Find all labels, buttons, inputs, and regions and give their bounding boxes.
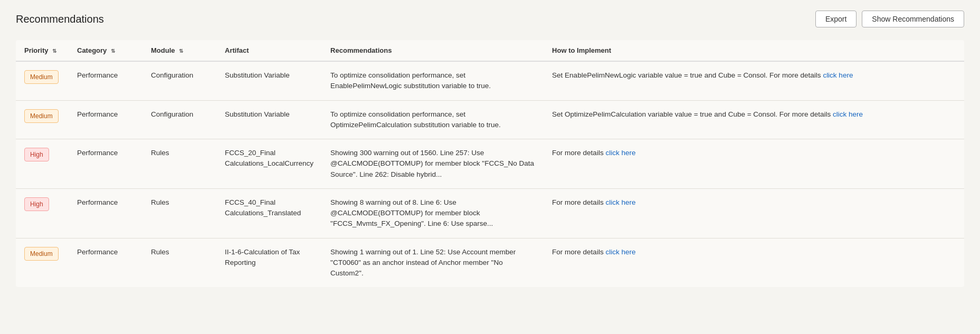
cell-module: Configuration xyxy=(142,100,216,139)
cell-implement: For more details click here xyxy=(544,188,964,238)
cell-implement: For more details click here xyxy=(544,238,964,287)
table-row: HighPerformanceRulesFCCS_40_Final Calcul… xyxy=(16,188,964,238)
header-row: Recommendations Export Show Recommendati… xyxy=(16,11,964,27)
cell-artifact: Substitution Variable xyxy=(216,61,322,100)
sort-icon-module: ⇅ xyxy=(179,48,183,54)
col-header-module[interactable]: Module ⇅ xyxy=(142,40,216,61)
priority-badge: Medium xyxy=(24,70,59,84)
table-container: Priority ⇅ Category ⇅ Module ⇅ Artifact xyxy=(16,40,964,287)
cell-recommendations: To optimize consolidation performance, s… xyxy=(322,61,544,100)
col-header-priority[interactable]: Priority ⇅ xyxy=(16,40,69,61)
col-header-category[interactable]: Category ⇅ xyxy=(69,40,142,61)
show-recommendations-button[interactable]: Show Recommendations xyxy=(862,11,964,27)
cell-artifact: FCCS_20_Final Calculations_LocalCurrency xyxy=(216,139,322,189)
cell-priority: Medium xyxy=(16,61,69,100)
cell-module: Rules xyxy=(142,238,216,287)
cell-artifact: FCCS_40_Final Calculations_Translated xyxy=(216,188,322,238)
header-buttons: Export Show Recommendations xyxy=(815,11,964,27)
cell-implement: For more details click here xyxy=(544,139,964,189)
implement-link[interactable]: click here xyxy=(605,248,635,256)
table-row: MediumPerformanceRulesII-1-6-Calculation… xyxy=(16,238,964,287)
cell-recommendations: Showing 300 warning out of 1560. Line 25… xyxy=(322,139,544,189)
table-header-row: Priority ⇅ Category ⇅ Module ⇅ Artifact xyxy=(16,40,964,61)
cell-module: Configuration xyxy=(142,61,216,100)
cell-artifact: Substitution Variable xyxy=(216,100,322,139)
cell-artifact: II-1-6-Calculation of Tax Reporting xyxy=(216,238,322,287)
col-header-recommendations: Recommendations xyxy=(322,40,544,61)
cell-category: Performance xyxy=(69,100,142,139)
page-container: Recommendations Export Show Recommendati… xyxy=(0,0,980,298)
cell-priority: Medium xyxy=(16,100,69,139)
table-row: MediumPerformanceConfigurationSubstituti… xyxy=(16,100,964,139)
cell-priority: High xyxy=(16,188,69,238)
export-button[interactable]: Export xyxy=(815,11,857,27)
cell-module: Rules xyxy=(142,188,216,238)
cell-category: Performance xyxy=(69,61,142,100)
sort-icon-category: ⇅ xyxy=(111,48,115,54)
cell-category: Performance xyxy=(69,188,142,238)
implement-link[interactable]: click here xyxy=(833,110,863,118)
cell-implement: Set EnablePelimNewLogic variable value =… xyxy=(544,61,964,100)
cell-category: Performance xyxy=(69,139,142,189)
cell-recommendations: To optimize consolidation performance, s… xyxy=(322,100,544,139)
table-row: HighPerformanceRulesFCCS_20_Final Calcul… xyxy=(16,139,964,189)
sort-icon-priority: ⇅ xyxy=(52,48,56,54)
table-row: MediumPerformanceConfigurationSubstituti… xyxy=(16,61,964,100)
implement-link[interactable]: click here xyxy=(823,71,853,79)
cell-category: Performance xyxy=(69,238,142,287)
priority-badge: High xyxy=(24,148,49,161)
cell-priority: Medium xyxy=(16,238,69,287)
cell-priority: High xyxy=(16,139,69,189)
recommendations-table: Priority ⇅ Category ⇅ Module ⇅ Artifact xyxy=(16,40,964,287)
table-body: MediumPerformanceConfigurationSubstituti… xyxy=(16,61,964,287)
cell-module: Rules xyxy=(142,139,216,189)
priority-badge: Medium xyxy=(24,247,59,261)
col-header-implement: How to Implement xyxy=(544,40,964,61)
page-title: Recommendations xyxy=(16,13,104,25)
priority-badge: Medium xyxy=(24,109,59,123)
priority-badge: High xyxy=(24,197,49,211)
cell-recommendations: Showing 1 warning out of 1. Line 52: Use… xyxy=(322,238,544,287)
col-header-artifact: Artifact xyxy=(216,40,322,61)
cell-recommendations: Showing 8 warning out of 8. Line 6: Use … xyxy=(322,188,544,238)
implement-link[interactable]: click here xyxy=(605,198,635,206)
cell-implement: Set OptimizePelimCalculation variable va… xyxy=(544,100,964,139)
implement-link[interactable]: click here xyxy=(605,149,635,157)
